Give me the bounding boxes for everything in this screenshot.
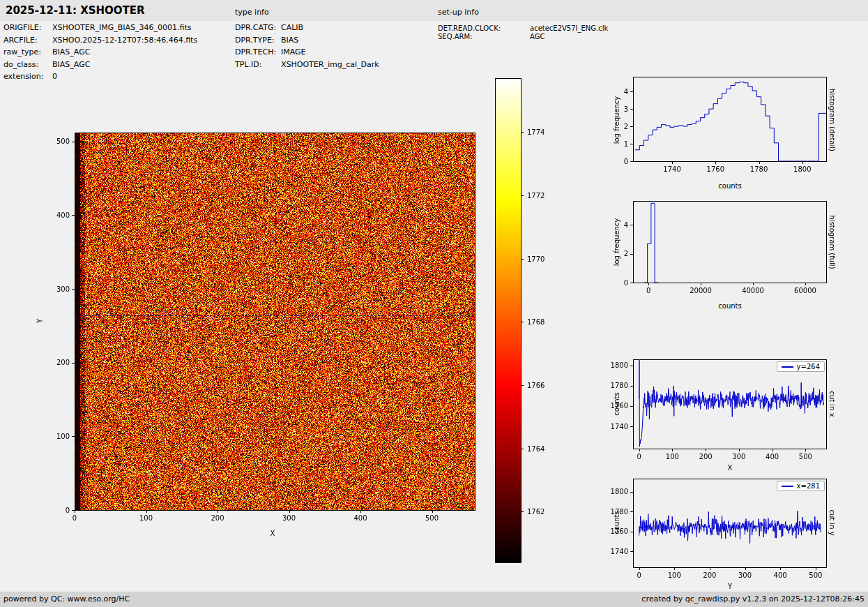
meta-row: ORIGFILE:XSHOOTER_IMG_BIAS_346_0001.fits xyxy=(3,23,197,36)
bias-image-figure xyxy=(38,127,488,539)
cut-y-xlabel: Y xyxy=(728,583,732,590)
meta-value: IMAGE xyxy=(281,47,306,57)
meta-row: TPL.ID:XSHOOTER_img_cal_Dark xyxy=(235,60,379,73)
cut-y-ylabel: counts xyxy=(613,511,620,534)
hist-detail-side-label: histogram (detail) xyxy=(828,89,836,151)
setup-info-label: set-up info xyxy=(438,8,479,17)
type-info-label: type info xyxy=(235,8,269,17)
meta-key: do_class: xyxy=(3,60,52,69)
cut-x-legend-label: y=264 xyxy=(797,363,820,370)
meta-row: raw_type:BIAS_AGC xyxy=(3,47,197,60)
meta-value: AGC xyxy=(530,33,545,40)
cut-y-legend: x=281 xyxy=(777,481,825,491)
meta-value: BIAS_AGC xyxy=(52,47,90,57)
meta-key: raw_type: xyxy=(3,47,52,57)
meta-key: DPR.TECH: xyxy=(235,47,281,57)
hist-detail-xlabel: counts xyxy=(718,182,741,190)
cut-y-side-label: cut in y xyxy=(828,509,836,535)
meta-row: DPR.TECH:IMAGE xyxy=(235,47,379,60)
legend-line-icon xyxy=(782,366,793,368)
meta-value: BIAS xyxy=(281,36,298,45)
qc-report-page: 2025-12-11: XSHOOTER type info set-up in… xyxy=(0,0,868,607)
meta-value: XSHOOTER_img_cal_Dark xyxy=(281,60,379,69)
metadata-type-block: DPR.CATG:CALIBDPR.TYPE:BIASDPR.TECH:IMAG… xyxy=(235,23,379,72)
legend-line-icon xyxy=(782,486,793,487)
meta-key: DPR.TYPE: xyxy=(235,36,281,45)
main-xlabel: X xyxy=(271,530,275,537)
metadata-setup-block: DET.READ.CLOCK:acetecE2V57I_ENG.clkSEQ.A… xyxy=(438,24,608,40)
meta-key: SEQ.ARM: xyxy=(438,33,530,40)
meta-value: XSHOO.2025-12-12T07:58:46.464.fits xyxy=(52,36,197,45)
meta-value: CALIB xyxy=(281,23,303,32)
meta-key: DET.READ.CLOCK: xyxy=(438,24,530,32)
hist-full-ylabel: log frequency xyxy=(613,218,620,267)
header-bar: 2025-12-11: XSHOOTER type info set-up in… xyxy=(0,0,868,21)
histogram-detail-figure xyxy=(607,68,837,173)
cut-x-xlabel: X xyxy=(728,464,733,472)
meta-row: DPR.CATG:CALIB xyxy=(235,23,379,36)
footer-bar: powered by QC: www.eso.org/HC created by… xyxy=(0,592,868,607)
cut-x-legend: y=264 xyxy=(777,361,825,372)
meta-key: ARCFILE: xyxy=(3,36,52,45)
meta-key: ORIGFILE: xyxy=(3,23,52,32)
meta-key: TPL.ID: xyxy=(235,60,281,69)
metadata-file-block: ORIGFILE:XSHOOTER_IMG_BIAS_346_0001.fits… xyxy=(3,23,197,84)
cut-y-legend-label: x=281 xyxy=(797,482,820,490)
hist-full-side-label: histogram (full) xyxy=(828,215,836,269)
meta-value: 0 xyxy=(52,72,57,81)
histogram-full-figure xyxy=(607,194,837,295)
meta-value: BIAS_AGC xyxy=(52,60,90,69)
meta-value: acetecE2V57I_ENG.clk xyxy=(530,24,608,32)
hist-full-xlabel: counts xyxy=(718,302,741,310)
meta-row: DPR.TYPE:BIAS xyxy=(235,36,379,48)
footer-created-info: created by qc_rawdisp.py v1.2.3 on 2025-… xyxy=(641,594,865,604)
meta-row: do_class:BIAS_AGC xyxy=(3,60,197,73)
cut-x-ylabel: counts xyxy=(613,392,620,415)
meta-row: extension:0 xyxy=(3,72,197,84)
hist-detail-ylabel: log frequency xyxy=(613,96,620,144)
main-ylabel: Y xyxy=(36,319,44,323)
meta-value: XSHOOTER_IMG_BIAS_346_0001.fits xyxy=(52,23,191,32)
meta-key: DPR.CATG: xyxy=(235,23,281,32)
footer-credit: powered by QC: www.eso.org/HC xyxy=(3,594,130,604)
meta-row: SEQ.ARM:AGC xyxy=(438,33,608,41)
meta-row: DET.READ.CLOCK:acetecE2V57I_ENG.clk xyxy=(438,24,608,33)
cut-x-side-label: cut in x xyxy=(828,391,836,417)
meta-key: extension: xyxy=(3,72,52,81)
meta-row: ARCFILE:XSHOO.2025-12-12T07:58:46.464.fi… xyxy=(3,36,197,48)
page-title: 2025-12-11: XSHOOTER xyxy=(6,4,145,17)
colorbar xyxy=(492,75,558,567)
